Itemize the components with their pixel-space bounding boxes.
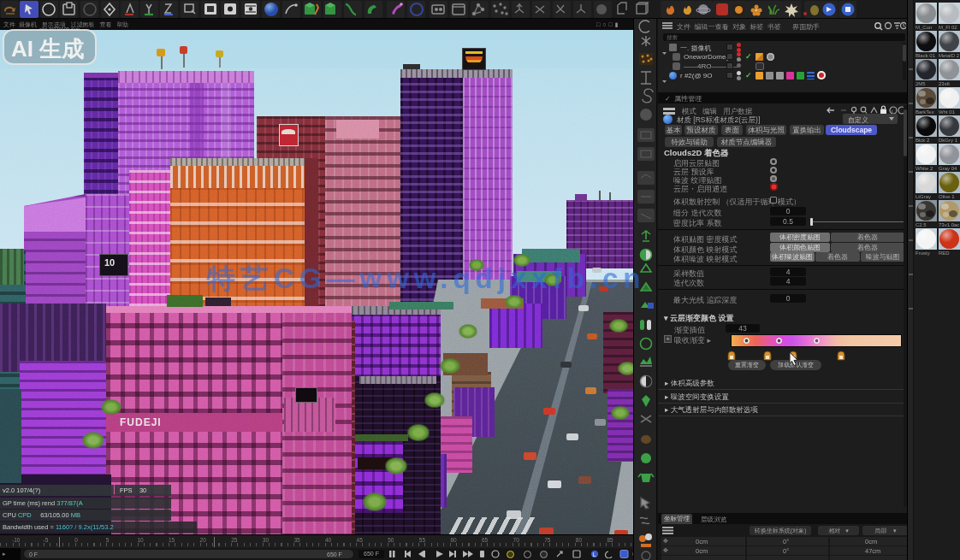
svg-text:L: L [593, 551, 596, 557]
svg-text:i: i [892, 109, 892, 114]
